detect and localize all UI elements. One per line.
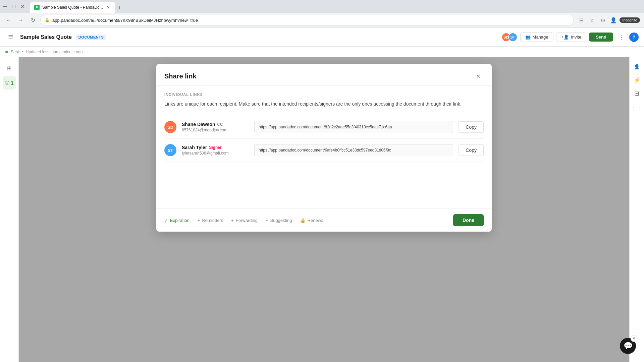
app-subheader: Sent • Updated less than a minute ago — [0, 47, 644, 57]
url-text: app.pandadoc.com/a/#/documents/7nX98nBSk… — [52, 18, 570, 23]
invite-label: Invite — [571, 35, 581, 40]
recipient-info-0: Shane Dawson CC 85761024@moodjoy.com — [182, 122, 249, 132]
browser-chrome: ─ □ ✕ P Sample Sales Quote - PandaDo... … — [0, 0, 644, 28]
active-tab[interactable]: P Sample Sales Quote - PandaDo... ✕ — [30, 2, 115, 13]
modal-overlay: Share link × INDIVIDUAL LINKS Links are … — [19, 57, 629, 362]
recipient-row-0: SD Shane Dawson CC 85761024@moodjoy.com … — [164, 116, 484, 139]
window-controls: ─ □ ✕ — [3, 4, 25, 9]
grid-icon: ⊞ — [7, 65, 11, 71]
toolbar-icons: ⊟ ☆ ⊙ 👤 Incognito — [577, 15, 640, 25]
back-button[interactable]: ← — [4, 15, 13, 25]
recipient-role-0: CC — [217, 122, 223, 127]
refresh-button[interactable]: ↻ — [28, 15, 38, 25]
more-options-button[interactable]: ⋮ — [616, 32, 627, 43]
footer-suggesting[interactable]: + Suggesting — [266, 218, 292, 223]
copy-button-0[interactable]: Copy — [459, 121, 484, 133]
tab-label: Sample Sales Quote - PandaDo... — [42, 5, 103, 10]
recipient-name-0: Shane Dawson CC — [182, 122, 249, 127]
app-container: ☰ Sample Sales Quote DOCUMENTS SD ST 👥 M… — [0, 28, 644, 362]
expiration-label: Expiration — [170, 218, 190, 223]
send-button[interactable]: Send — [589, 33, 613, 42]
lock-icon: 🔒 — [45, 18, 50, 22]
section-label: INDIVIDUAL LINKS — [164, 93, 484, 97]
manage-icon: 👥 — [525, 35, 531, 40]
renewal-label: Renewal — [308, 218, 325, 223]
tab-favicon: P — [34, 5, 40, 10]
forward-button[interactable]: → — [16, 15, 25, 25]
account-icon[interactable]: 👤 — [609, 15, 618, 25]
recipient-link-field-0[interactable]: https://app.pandadoc.com/document/82d2c2… — [254, 121, 453, 133]
app-header: ☰ Sample Sales Quote DOCUMENTS SD ST 👥 M… — [0, 28, 644, 47]
forwarding-plus-icon: + — [231, 218, 234, 223]
invite-icon: +👤 — [561, 35, 569, 40]
bookmark-icon[interactable]: ☆ — [587, 15, 597, 25]
link-text-1: https://app.pandadoc.com/document/6afe4b… — [259, 148, 391, 153]
status-dot — [5, 51, 8, 53]
profile-icon[interactable]: ⊙ — [598, 15, 607, 25]
minimize-button[interactable]: ─ — [3, 4, 7, 9]
recipient-avatar-0: SD — [164, 121, 176, 133]
footer-expiration[interactable]: ✓ Expiration — [164, 218, 190, 223]
recipient-info-1: Sarah Tyler Signer tylersarah508@gmail.c… — [182, 145, 249, 156]
reminders-label: Reminders — [202, 218, 223, 223]
footer-left: ✓ Expiration + Reminders + Forwarding — [164, 218, 324, 223]
recipient-name-text-1: Sarah Tyler — [182, 145, 207, 150]
recipient-role-1: Signer — [209, 145, 221, 150]
header-actions: SD ST 👥 Manage +👤 Invite Send ⋮ ? — [501, 32, 639, 43]
updated-text: Updated less than a minute ago — [26, 50, 83, 54]
sidebar-item-page1[interactable]: ① 1 — [3, 76, 16, 89]
document-badge: DOCUMENTS — [76, 35, 106, 40]
share-link-modal: Share link × INDIVIDUAL LINKS Links are … — [156, 64, 492, 232]
footer-renewal[interactable]: 🔒 Renewal — [300, 218, 325, 223]
expiration-check-icon: ✓ — [164, 218, 168, 223]
manage-button[interactable]: 👥 Manage — [520, 32, 553, 42]
sidebar-right-fields[interactable]: ⚡ — [632, 75, 642, 85]
hamburger-menu[interactable]: ☰ — [5, 32, 16, 43]
section-description: Links are unique for each recipient. Mak… — [164, 101, 484, 108]
sidebar-item-pages[interactable]: ⊞ — [3, 61, 16, 75]
incognito-badge: Incognito — [620, 17, 640, 23]
help-button[interactable]: ? — [629, 33, 639, 42]
app-body: ⊞ ① 1 Share link × INDIVIDUAL L — [0, 57, 644, 362]
modal-close-button[interactable]: × — [473, 71, 484, 81]
sidebar-right-apps[interactable]: ⋮⋮ — [632, 102, 642, 112]
tab-close-button[interactable]: ✕ — [106, 5, 111, 10]
separator: • — [22, 50, 23, 54]
address-bar[interactable]: 🔒 app.pandadoc.com/a/#/documents/7nX98nB… — [40, 15, 574, 25]
modal-body: INDIVIDUAL LINKS Links are unique for ea… — [156, 86, 492, 208]
renewal-lock-icon: 🔒 — [300, 218, 306, 223]
close-button[interactable]: ✕ — [20, 4, 25, 9]
cast-icon[interactable]: ⊟ — [577, 15, 586, 25]
modal-header: Share link × — [156, 64, 492, 86]
page-number: ① 1 — [5, 80, 14, 86]
footer-reminders[interactable]: + Reminders — [198, 218, 223, 223]
chat-close-button[interactable]: ✕ — [631, 335, 637, 342]
new-tab-button[interactable]: + — [115, 3, 124, 13]
modal-title: Share link — [164, 72, 197, 80]
recipient-email-0: 85761024@moodjoy.com — [182, 128, 249, 132]
manage-label: Manage — [533, 35, 548, 40]
main-content: Share link × INDIVIDUAL LINKS Links are … — [19, 57, 629, 362]
recipient-email-1: tylersarah508@gmail.com — [182, 151, 249, 156]
avatar-pair: SD ST — [501, 33, 518, 42]
maximize-button[interactable]: □ — [11, 4, 16, 9]
forwarding-label: Forwarding — [236, 218, 258, 223]
status-text: Sent — [11, 50, 19, 54]
recipient-avatar-1: ST — [164, 144, 176, 156]
browser-titlebar: ─ □ ✕ P Sample Sales Quote - PandaDo... … — [0, 0, 644, 13]
sidebar-right: 👤 ⚡ ⊟ ⋮⋮ — [629, 57, 644, 362]
copy-button-1[interactable]: Copy — [459, 144, 484, 156]
recipient-link-field-1[interactable]: https://app.pandadoc.com/document/6afe4b… — [254, 144, 453, 156]
document-title: Sample Sales Quote — [20, 34, 72, 40]
sidebar-left: ⊞ ① 1 — [0, 57, 19, 362]
modal-footer: ✓ Expiration + Reminders + Forwarding — [156, 208, 492, 232]
tab-strip: P Sample Sales Quote - PandaDo... ✕ + — [30, 0, 124, 13]
suggesting-plus-icon: + — [266, 218, 268, 223]
sidebar-right-recipients[interactable]: 👤 — [632, 61, 642, 72]
done-button[interactable]: Done — [453, 214, 484, 226]
recipient-name-1: Sarah Tyler Signer — [182, 145, 249, 150]
invite-button[interactable]: +👤 Invite — [556, 32, 587, 42]
footer-forwarding[interactable]: + Forwarding — [231, 218, 258, 223]
reminders-plus-icon: + — [198, 218, 200, 223]
sidebar-right-variables[interactable]: ⊟ — [632, 88, 642, 99]
